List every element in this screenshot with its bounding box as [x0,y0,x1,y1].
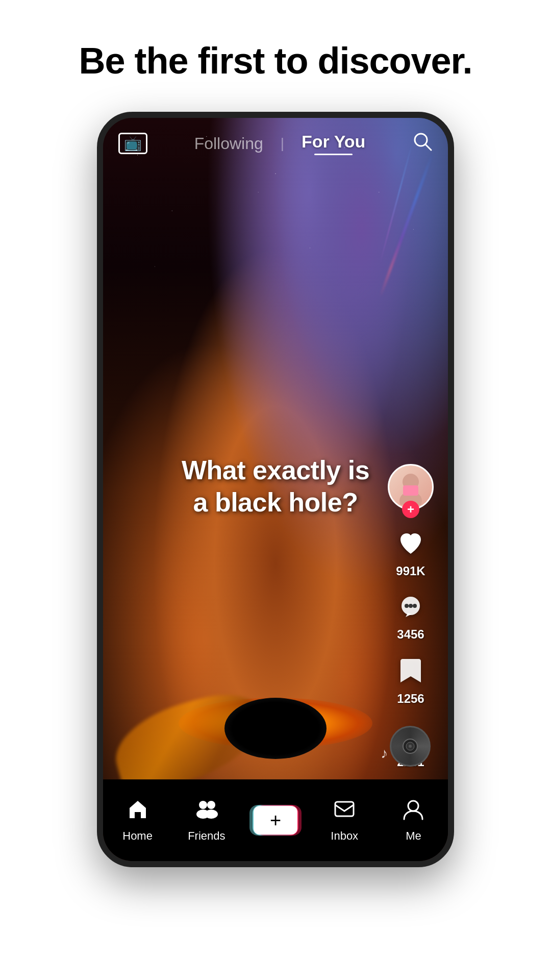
nav-me[interactable]: Me [379,798,448,843]
nav-inbox[interactable]: Inbox [310,798,379,843]
video-title-text: What exactly is a black hole? [138,455,414,519]
inbox-icon [333,798,356,825]
home-label: Home [122,829,153,843]
nav-tabs: Following | For You [194,132,366,155]
svg-point-7 [409,604,413,608]
bookmark-action[interactable]: 1256 [397,657,424,706]
live-icon-box: 📺 [118,133,147,154]
bottom-navigation: Home Friends + [103,779,448,861]
me-label: Me [406,829,421,843]
bookmark-count: 1256 [397,692,424,706]
svg-point-16 [408,801,418,811]
profile-icon [402,798,424,825]
svg-point-14 [205,810,218,819]
comment-action[interactable]: 3456 [397,594,424,642]
music-note-icon: ♪ [381,745,388,762]
like-action[interactable]: 991K [396,530,425,578]
live-tv-icon: 📺 [124,135,142,151]
home-icon [127,798,149,825]
nav-add[interactable]: + [241,805,310,836]
like-icon [397,530,424,561]
avatar-container: + [388,464,434,510]
live-button[interactable]: 📺 [118,133,147,154]
friends-icon [194,798,219,825]
svg-point-11 [199,801,207,809]
page-headline: Be the first to discover. [79,41,472,81]
svg-point-8 [413,604,417,608]
inbox-label: Inbox [331,829,358,843]
top-navigation: 📺 Following | For You [103,118,448,169]
friends-label: Friends [188,829,225,843]
follow-button[interactable]: + [402,501,419,518]
music-disc-inner [403,739,418,754]
svg-rect-4 [403,485,418,496]
like-count: 991K [396,564,425,578]
nav-friends[interactable]: Friends [172,798,241,843]
comment-count: 3456 [397,627,424,642]
bookmark-icon [398,657,423,689]
svg-point-10 [409,745,412,748]
add-button[interactable]: + [253,805,298,836]
black-hole [224,698,327,759]
nav-divider: | [281,135,284,152]
phone-mockup: 📺 Following | For You What exactly is a … [97,112,454,867]
tab-for-you[interactable]: For You [302,132,365,155]
comment-icon [397,594,424,624]
search-icon[interactable] [412,131,433,156]
svg-point-6 [405,604,409,608]
right-sidebar: + 991K 3456 [388,464,434,769]
svg-point-13 [207,801,215,809]
music-disc[interactable] [390,726,431,767]
add-button-inner: + [254,806,297,835]
tab-following[interactable]: Following [194,134,263,153]
stars-overlay [103,118,448,489]
nav-home[interactable]: Home [103,798,172,843]
svg-line-1 [425,144,431,150]
video-title: What exactly is a black hole? [138,455,414,519]
svg-rect-15 [335,802,354,816]
